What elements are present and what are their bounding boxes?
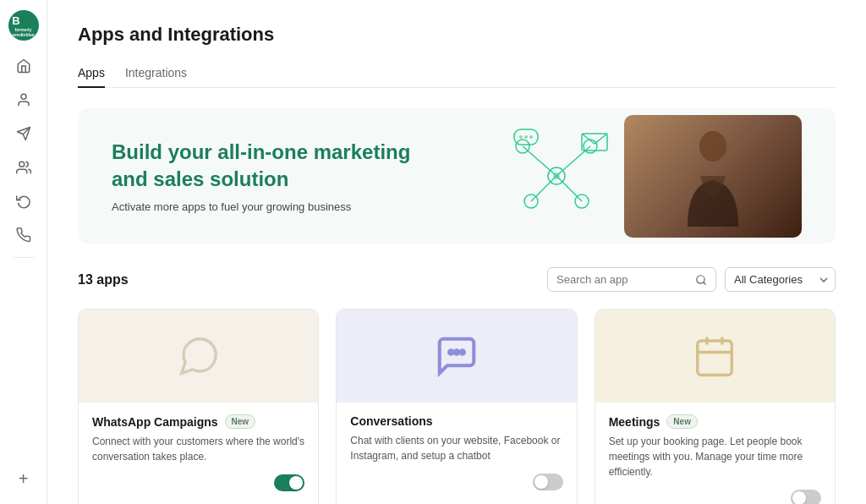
hero-illustration xyxy=(489,121,624,231)
toolbar-right: All Categories Marketing Sales Communica… xyxy=(547,267,836,292)
apps-grid: WhatsApp Campaigns New Connect with your… xyxy=(78,309,836,504)
search-box[interactable] xyxy=(547,267,716,292)
card-icon-area-whatsapp xyxy=(79,310,318,403)
app-card-meetings: Meetings New Set up your booking page. L… xyxy=(595,309,836,504)
sidebar-add-button[interactable]: + xyxy=(8,463,39,494)
calendar-icon xyxy=(692,333,737,379)
toggle-row-meetings xyxy=(609,490,821,504)
sidebar-item-automation[interactable] xyxy=(8,186,39,216)
svg-rect-25 xyxy=(698,341,732,375)
category-select[interactable]: All Categories Marketing Sales Communica… xyxy=(725,267,836,292)
card-desc-conversations: Chat with clients on your website, Faceb… xyxy=(350,433,562,463)
svg-point-17 xyxy=(524,135,528,139)
toggle-conversations[interactable] xyxy=(533,474,563,490)
card-title-conversations: Conversations xyxy=(350,414,432,428)
card-icon-area-meetings xyxy=(595,310,835,403)
toggle-meetings[interactable] xyxy=(791,490,821,504)
whatsapp-icon xyxy=(176,333,222,379)
hero-photo xyxy=(624,115,802,238)
apps-count: 13 apps xyxy=(78,272,129,288)
hero-subtitle: Activate more apps to fuel your growing … xyxy=(112,200,410,213)
app-card-conversations: Conversations Chat with clients on your … xyxy=(336,309,577,504)
person-silhouette xyxy=(679,125,747,227)
sidebar-item-account[interactable] xyxy=(8,85,39,115)
card-title-whatsapp: WhatsApp Campaigns xyxy=(92,415,218,429)
tab-apps[interactable]: Apps xyxy=(78,59,105,88)
page-title: Apps and Integrations xyxy=(78,24,836,46)
app-card-whatsapp: WhatsApp Campaigns New Connect with your… xyxy=(78,309,319,504)
svg-point-16 xyxy=(519,135,523,139)
badge-new-whatsapp: New xyxy=(225,414,256,429)
svg-point-23 xyxy=(455,350,459,354)
sidebar: B formerlysendinblue + xyxy=(0,0,47,504)
svg-point-22 xyxy=(449,350,453,354)
svg-point-9 xyxy=(553,173,560,179)
hero-banner: Build your all-in-one marketingand sales… xyxy=(78,108,836,244)
card-body-conversations: Conversations Chat with clients on your … xyxy=(337,403,576,504)
tab-integrations[interactable]: Integrations xyxy=(125,59,187,88)
sidebar-item-send[interactable] xyxy=(8,118,39,149)
card-title-row-whatsapp: WhatsApp Campaigns New xyxy=(92,414,304,429)
svg-point-19 xyxy=(699,131,726,162)
chat-icon xyxy=(434,333,480,379)
card-icon-area-conversations xyxy=(337,310,576,403)
card-title-row-conversations: Conversations xyxy=(350,414,562,428)
sidebar-item-phone[interactable] xyxy=(8,220,39,250)
search-button[interactable] xyxy=(695,274,707,286)
svg-line-6 xyxy=(531,176,556,201)
sidebar-item-contacts[interactable] xyxy=(8,152,39,183)
search-input[interactable] xyxy=(556,273,690,286)
toggle-row-whatsapp xyxy=(92,474,304,491)
svg-line-7 xyxy=(556,176,582,201)
card-title-meetings: Meetings xyxy=(609,415,660,429)
card-desc-whatsapp: Connect with your customers where the wo… xyxy=(92,434,304,464)
toggle-whatsapp[interactable] xyxy=(274,474,304,491)
main-content: Apps and Integrations Apps Integrations … xyxy=(47,0,866,504)
svg-point-3 xyxy=(19,162,24,167)
svg-point-18 xyxy=(529,135,533,139)
svg-point-24 xyxy=(460,350,464,354)
hero-text: Build your all-in-one marketingand sales… xyxy=(112,139,410,212)
sidebar-divider xyxy=(14,257,34,258)
app-logo[interactable]: B formerlysendinblue xyxy=(8,10,39,41)
svg-point-0 xyxy=(21,94,26,99)
hero-title: Build your all-in-one marketingand sales… xyxy=(112,139,410,191)
logo-subtitle: formerlysendinblue xyxy=(12,27,34,37)
toggle-row-conversations xyxy=(350,474,562,490)
card-body-meetings: Meetings New Set up your booking page. L… xyxy=(595,403,835,504)
apps-toolbar: 13 apps All Categories Marketing Sales C… xyxy=(78,267,836,292)
badge-new-meetings: New xyxy=(666,414,698,429)
svg-line-21 xyxy=(704,282,706,284)
card-title-row-meetings: Meetings New xyxy=(609,414,821,429)
tabs: Apps Integrations xyxy=(78,59,836,88)
hero-visual xyxy=(489,115,802,238)
sidebar-item-home[interactable] xyxy=(8,51,39,81)
search-icon xyxy=(695,274,707,286)
card-body-whatsapp: WhatsApp Campaigns New Connect with your… xyxy=(79,403,318,504)
card-desc-meetings: Set up your booking page. Let people boo… xyxy=(609,434,821,479)
